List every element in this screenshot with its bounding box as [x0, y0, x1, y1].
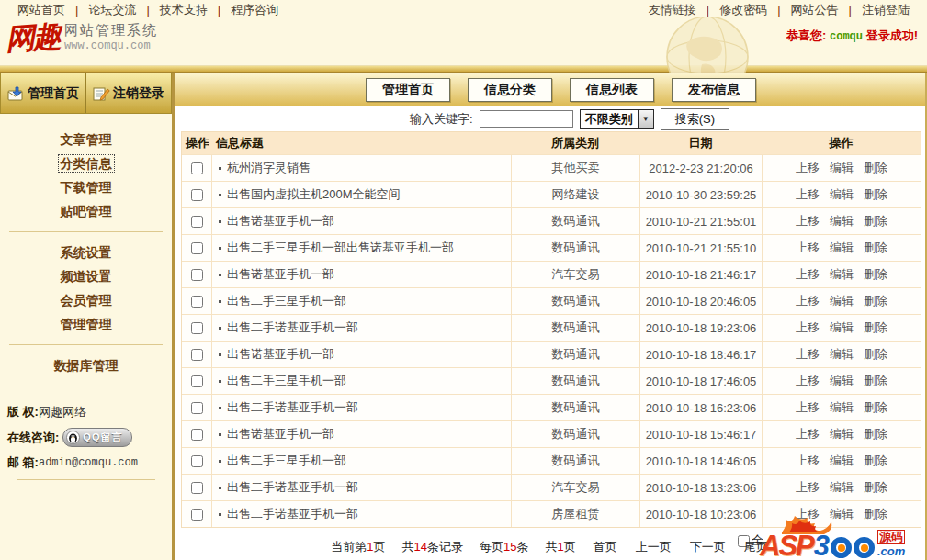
row-action-编辑[interactable]: 编辑 [830, 240, 854, 256]
sidebar-item-label: 会员管理 [59, 292, 114, 308]
row-action-删除[interactable]: 删除 [864, 346, 887, 363]
tab-管理首页[interactable]: 管理首页 [366, 78, 450, 102]
row-action-编辑[interactable]: 编辑 [830, 346, 854, 363]
sidebar-item-label: 文章管理 [59, 131, 114, 148]
row-action-删除[interactable]: 删除 [864, 186, 887, 203]
row-checkbox[interactable] [191, 162, 203, 174]
row-action-上移[interactable]: 上移 [796, 373, 820, 389]
sidebar-button-0[interactable]: 管理首页 [1, 73, 85, 113]
row-actions: 上移编辑删除 [762, 395, 921, 420]
row-action-删除[interactable]: 删除 [864, 293, 887, 309]
nav-link-left-3[interactable]: 程序咨询 [231, 2, 278, 18]
row-checkbox[interactable] [191, 269, 203, 281]
logo-calligraphy: 网趣 [5, 21, 60, 54]
row-action-上移[interactable]: 上移 [796, 399, 820, 416]
nav-link-left-2[interactable]: 技术支持 [160, 2, 208, 18]
row-action-删除[interactable]: 删除 [864, 240, 887, 256]
sidebar-item-分类信息[interactable]: 分类信息 [0, 151, 172, 175]
keyword-input[interactable] [480, 110, 573, 128]
row-checkbox[interactable] [191, 509, 203, 521]
row-category: 数码通讯 [511, 395, 639, 420]
nav-separator: | [218, 4, 220, 17]
row-actions: 上移编辑删除 [762, 421, 921, 447]
table-row: 出售二手三星手机一部 数码通讯 2010-10-18 14:46:05 上移编辑… [182, 447, 921, 474]
row-title: 出售诺基亚手机一部 [227, 426, 334, 442]
row-action-删除[interactable]: 删除 [864, 453, 887, 469]
row-checkbox[interactable] [191, 242, 203, 254]
row-action-编辑[interactable]: 编辑 [830, 293, 854, 309]
row-action-上移[interactable]: 上移 [796, 453, 820, 469]
tab-发布信息[interactable]: 发布信息 [672, 78, 756, 102]
row-action-编辑[interactable]: 编辑 [830, 160, 854, 176]
sidebar-item-管理管理[interactable]: 管理管理 [0, 312, 172, 336]
row-action-删除[interactable]: 删除 [864, 266, 887, 283]
row-actions: 上移编辑删除 [762, 235, 921, 261]
sidebar-item-文章管理[interactable]: 文章管理 [0, 128, 172, 151]
page-link-下一页[interactable]: 下一页 [690, 540, 726, 554]
nav-link-right-3[interactable]: 注销登陆 [862, 2, 910, 18]
row-action-编辑[interactable]: 编辑 [830, 266, 854, 283]
row-checkbox[interactable] [191, 455, 203, 467]
category-select[interactable]: 不限类别 ▼ [580, 109, 654, 129]
row-action-编辑[interactable]: 编辑 [830, 426, 854, 442]
row-checkbox[interactable] [191, 482, 203, 494]
copyright-line: 版 权: 网趣网络 [7, 404, 164, 420]
row-action-删除[interactable]: 删除 [864, 373, 887, 389]
row-action-上移[interactable]: 上移 [796, 160, 820, 176]
table-row: 出售二手三星手机一部出售诺基亚手机一部 数码通讯 2010-10-21 21:5… [182, 234, 921, 261]
row-checkbox[interactable] [191, 216, 203, 228]
row-action-删除[interactable]: 删除 [864, 426, 887, 442]
sidebar-item-数据库管理[interactable]: 数据库管理 [0, 353, 172, 377]
row-action-上移[interactable]: 上移 [796, 240, 820, 256]
row-checkbox[interactable] [191, 189, 203, 201]
row-title: 出售二手诺基亚手机一部 [227, 319, 358, 336]
row-date: 2010-10-18 20:46:05 [639, 288, 762, 314]
row-action-上移[interactable]: 上移 [796, 266, 820, 283]
row-checkbox[interactable] [191, 429, 203, 441]
sidebar-item-频道设置[interactable]: 频道设置 [0, 264, 172, 288]
row-action-删除[interactable]: 删除 [864, 160, 887, 176]
row-action-编辑[interactable]: 编辑 [830, 186, 854, 203]
row-action-删除[interactable]: 删除 [864, 319, 887, 336]
row-action-上移[interactable]: 上移 [796, 319, 820, 336]
tab-信息列表[interactable]: 信息列表 [570, 78, 654, 102]
table-row: 出售诺基亚手机一部 汽车交易 2010-10-18 21:46:17 上移编辑删… [182, 261, 921, 287]
row-action-删除[interactable]: 删除 [864, 479, 887, 496]
row-action-删除[interactable]: 删除 [864, 399, 887, 416]
row-checkbox[interactable] [191, 402, 203, 414]
row-action-上移[interactable]: 上移 [796, 213, 820, 230]
nav-link-left-0[interactable]: 网站首页 [17, 2, 65, 18]
sidebar-button-1[interactable]: 注销登录 [85, 73, 171, 113]
search-button[interactable]: 搜索(S) [661, 108, 729, 130]
row-action-编辑[interactable]: 编辑 [830, 453, 854, 469]
tab-信息分类[interactable]: 信息分类 [468, 78, 552, 102]
nav-link-right-2[interactable]: 网站公告 [791, 2, 839, 18]
row-checkbox[interactable] [191, 375, 203, 387]
page-link-上一页[interactable]: 上一页 [636, 540, 672, 554]
sidebar-item-贴吧管理[interactable]: 贴吧管理 [0, 199, 172, 223]
row-title: 出售二手诺基亚手机一部 [227, 506, 358, 522]
row-action-编辑[interactable]: 编辑 [830, 373, 854, 389]
nav-link-left-1[interactable]: 论坛交流 [88, 2, 136, 18]
sidebar-item-系统设置[interactable]: 系统设置 [0, 241, 172, 264]
bullet-icon [219, 274, 221, 276]
row-checkbox[interactable] [191, 296, 203, 308]
qq-message-button[interactable]: QQ留言 [62, 428, 132, 447]
row-action-删除[interactable]: 删除 [864, 213, 887, 230]
row-action-编辑[interactable]: 编辑 [830, 319, 854, 336]
row-checkbox[interactable] [191, 349, 203, 361]
row-action-上移[interactable]: 上移 [796, 346, 820, 363]
sidebar-item-下载管理[interactable]: 下载管理 [0, 175, 172, 199]
row-action-编辑[interactable]: 编辑 [830, 399, 854, 416]
row-action-上移[interactable]: 上移 [796, 186, 820, 203]
row-action-上移[interactable]: 上移 [796, 293, 820, 309]
page-link-首页[interactable]: 首页 [594, 540, 617, 554]
row-checkbox[interactable] [191, 322, 203, 334]
row-action-编辑[interactable]: 编辑 [830, 479, 854, 496]
sidebar-item-会员管理[interactable]: 会员管理 [0, 288, 172, 312]
row-action-上移[interactable]: 上移 [796, 479, 820, 496]
site-url: www.comqu.com [64, 39, 158, 52]
table-row: 出售二手三星手机一部 数码通讯 2010-10-18 17:46:05 上移编辑… [182, 367, 921, 394]
row-action-上移[interactable]: 上移 [796, 426, 820, 442]
row-action-编辑[interactable]: 编辑 [830, 213, 854, 230]
